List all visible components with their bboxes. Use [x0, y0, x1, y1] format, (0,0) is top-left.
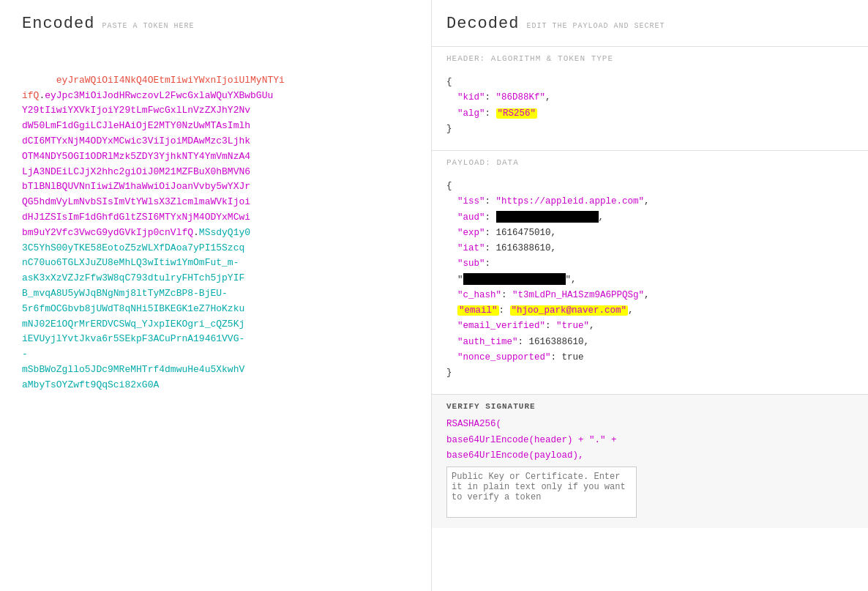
auth-time-value: 1616388610	[529, 337, 584, 347]
payload-section-label: PAYLOAD: DATA	[446, 158, 853, 167]
payload-json: { "iss": "https://appleid.apple.com", "a…	[446, 173, 853, 387]
dot2: .	[193, 227, 199, 238]
exp-key: "exp"	[457, 228, 485, 238]
iss-key: "iss"	[457, 196, 485, 207]
header-section-label: HEADER: ALGORITHM & TOKEN TYPE	[446, 54, 853, 63]
kid-value: "86D88Kf"	[496, 92, 546, 103]
kid-key: "kid"	[457, 92, 485, 103]
encoded-subtitle: PASTE A TOKEN HERE	[102, 22, 194, 30]
token-part3: MSsdyQ1y03C5YhS00yTKE58EotoZ5zWLXfDAoa7y…	[22, 227, 250, 390]
decoded-subtitle: EDIT THE PAYLOAD AND SECRET	[526, 22, 665, 30]
email-key: "email"	[459, 305, 498, 316]
verify-line1: RSASHA256(	[446, 419, 501, 429]
verify-code: RSASHA256( base64UrlEncode(header) + "."…	[446, 417, 853, 464]
email-verified-value: "true"	[556, 321, 589, 331]
verify-section: VERIFY SIGNATURE RSASHA256( base64UrlEnc…	[432, 395, 868, 528]
exp-value: 1616475010	[496, 228, 551, 238]
iat-value: 1616388610	[496, 243, 551, 253]
email-verified-key: "email_verified"	[457, 321, 545, 331]
encoded-panel: Encoded PASTE A TOKEN HERE eyJraWQiOiI4N…	[0, 0, 432, 591]
encoded-title: Encoded	[22, 15, 94, 33]
token-part2: eyJpc3MiOiJodHRwczovL2FwcGxlaWQuYXBwbGUu…	[22, 90, 273, 238]
verify-line3: base64UrlEncode(payload),	[446, 450, 584, 461]
verify-header-label: VERIFY SIGNATURE	[446, 402, 853, 411]
nonce-value: true	[562, 352, 584, 363]
verify-line2: base64UrlEncode(header) + "." +	[446, 435, 617, 445]
sub-value-redacted	[463, 273, 566, 285]
iat-key: "iat"	[457, 243, 485, 253]
nonce-key: "nonce_supported"	[457, 352, 551, 363]
payload-section: PAYLOAD: DATA { "iss": "https://appleid.…	[432, 151, 868, 395]
decoded-panel: Decoded EDIT THE PAYLOAD AND SECRET HEAD…	[432, 0, 868, 591]
sub-key: "sub"	[457, 259, 485, 269]
aud-value-redacted	[496, 211, 599, 223]
iss-value: "https://appleid.apple.com"	[496, 196, 645, 207]
auth-time-key: "auth_time"	[457, 337, 518, 347]
c_hash-key: "c_hash"	[457, 290, 501, 300]
aud-key: "aud"	[457, 212, 485, 223]
verify-public-key-input[interactable]	[446, 467, 637, 518]
header-json: { "kid": "86D88Kf", "alg": "RS256" }	[446, 69, 853, 143]
header-section: HEADER: ALGORITHM & TOKEN TYPE { "kid": …	[432, 47, 868, 151]
alg-key: "alg"	[457, 108, 485, 119]
encoded-token[interactable]: eyJraWQiOiI4NkQ4OEtmIiwiYWxnIjoiUlMyNTYi…	[22, 58, 409, 408]
alg-value: "RS256"	[496, 108, 538, 119]
email-key-highlight: "email"	[457, 305, 499, 316]
c_hash-value: "t3mLdPn_HA1Szm9A6PPQSg"	[512, 290, 644, 300]
email-value: "hjoo_park@naver.com"	[512, 305, 627, 316]
email-value-highlight: "hjoo_park@naver.com"	[510, 305, 629, 316]
decoded-title: Decoded	[446, 15, 519, 33]
